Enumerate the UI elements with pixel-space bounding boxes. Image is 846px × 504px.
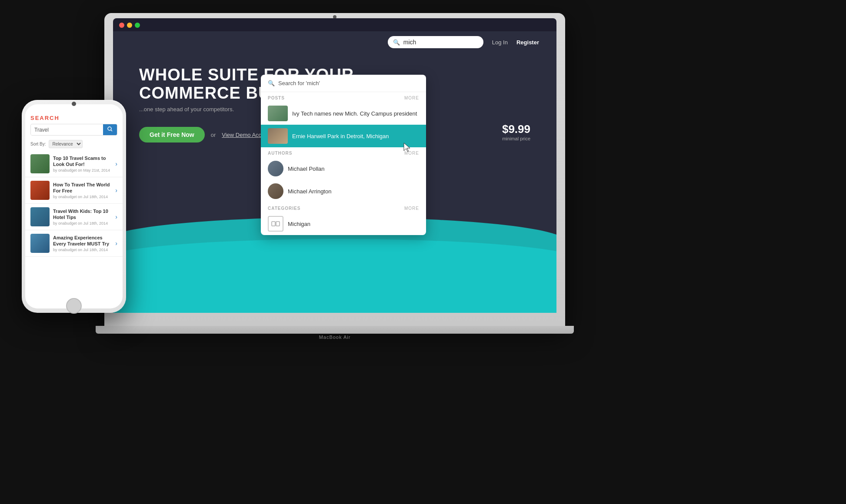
scene: 🔍 Log In Register WHOLE SUITE FOR YOUR C… — [0, 0, 846, 504]
sort-by-label: Sort By: — [30, 142, 46, 146]
post-thumb-1 — [30, 181, 50, 200]
post-title-ernie: Ernie Harwell Park in Detroit, Michigan — [292, 133, 419, 139]
nav-search-wrapper: 🔍 — [388, 36, 483, 48]
traffic-light-red[interactable] — [119, 23, 124, 28]
app-search-header: SEARCH — [25, 110, 123, 138]
app-search-input[interactable] — [31, 125, 103, 135]
nav-bar: 🔍 Log In Register — [113, 31, 556, 53]
dropdown-search-icon: 🔍 — [268, 80, 275, 86]
traffic-light-green[interactable] — [135, 23, 140, 28]
dropdown-search-row[interactable]: 🔍 Search for 'mich' — [261, 75, 426, 92]
traffic-lights — [119, 23, 140, 28]
post-thumb-ernie — [268, 128, 288, 144]
iphone-home-button[interactable] — [66, 298, 82, 314]
post-title-1: How To Travel The World For Free — [53, 182, 112, 194]
price-label: minimal price — [502, 136, 530, 141]
post-list: Top 10 Travel Scams to Look Out For! by … — [25, 151, 123, 257]
post-meta-2: by onabudget on Jul 18th, 2014 — [53, 221, 112, 225]
post-thumb-0 — [30, 154, 50, 173]
post-item-0[interactable]: Top 10 Travel Scams to Look Out For! by … — [25, 151, 123, 177]
svg-point-2 — [108, 127, 111, 130]
app-content: SEARCH Sort — [25, 110, 123, 308]
post-item-3[interactable]: Amazing Experiences Every Traveler MUST … — [25, 230, 123, 257]
posts-section-title: POSTS — [268, 96, 285, 100]
nav-search-input[interactable] — [388, 36, 483, 48]
authors-section-header: AUTHORS MORE — [261, 147, 426, 157]
post-info-1: How To Travel The World For Free by onab… — [53, 182, 112, 199]
nav-register-link[interactable]: Register — [516, 39, 539, 46]
post-thumb-2 — [30, 207, 50, 226]
cta-or-label: or — [211, 132, 216, 138]
post-arrow-0[interactable]: › — [115, 160, 117, 167]
svg-line-3 — [111, 130, 112, 131]
macbook: 🔍 Log In Register WHOLE SUITE FOR YOUR C… — [104, 13, 565, 326]
author-avatar-arrington — [268, 183, 283, 199]
author-name-arrington: Michael Arrington — [288, 188, 419, 195]
app-search-button[interactable] — [103, 124, 117, 135]
svg-rect-0 — [272, 222, 275, 226]
categories-more-link[interactable]: MORE — [404, 206, 419, 211]
post-meta-3: by onabudget on Jul 18th, 2014 — [53, 248, 112, 252]
dropdown-post-item-1[interactable]: Ivy Tech names new Mich. City Campus pre… — [261, 102, 426, 125]
posts-more-link[interactable]: MORE — [404, 96, 419, 100]
category-icon-michigan — [268, 216, 283, 232]
author-avatar-pollan — [268, 161, 283, 176]
app-search-title: SEARCH — [30, 115, 117, 121]
macbook-screen-bezel: 🔍 Log In Register WHOLE SUITE FOR YOUR C… — [113, 18, 556, 313]
post-thumb-3 — [30, 234, 50, 253]
post-title-2: Travel With Kids: Top 10 Hotel Tips — [53, 208, 112, 221]
sort-by-select[interactable]: Relevance Date Title — [49, 140, 83, 148]
iphone-screen: SEARCH Sort — [25, 104, 123, 308]
macbook-label: MacBook Air — [319, 335, 351, 340]
dropdown-author-1[interactable]: Michael Pollan — [261, 157, 426, 180]
categories-section-header: CATEGORIES MORE — [261, 202, 426, 212]
post-arrow-3[interactable]: › — [115, 240, 117, 247]
post-arrow-2[interactable]: › — [115, 213, 117, 220]
post-meta-0: by onabudget on May 21st, 2014 — [53, 168, 112, 172]
wave-front — [113, 239, 556, 313]
dropdown-category-1[interactable]: Michigan — [261, 212, 426, 235]
post-title-0: Top 10 Travel Scams to Look Out For! — [53, 155, 112, 168]
macbook-body: 🔍 Log In Register WHOLE SUITE FOR YOUR C… — [104, 13, 565, 326]
cta-row: Get it Free Now or View Demo Account — [139, 127, 272, 143]
search-dropdown: 🔍 Search for 'mich' POSTS MORE Ivy Tech … — [261, 75, 426, 235]
post-title-ivy: Ivy Tech names new Mich. City Campus pre… — [292, 110, 419, 117]
traffic-light-yellow[interactable] — [127, 23, 132, 28]
iphone-body: SEARCH Sort — [22, 100, 126, 313]
price-amount: $9.99 — [502, 123, 530, 136]
dropdown-post-item-2[interactable]: Ernie Harwell Park in Detroit, Michigan — [261, 125, 426, 147]
dropdown-author-2[interactable]: Michael Arrington — [261, 180, 426, 202]
dropdown-search-label: Search for 'mich' — [278, 80, 320, 86]
categories-section-title: CATEGORIES — [268, 206, 300, 211]
post-info-0: Top 10 Travel Scams to Look Out For! by … — [53, 155, 112, 173]
post-thumb-ivy — [268, 106, 288, 121]
nav-login-link[interactable]: Log In — [492, 39, 508, 46]
authors-section-title: AUTHORS — [268, 151, 292, 156]
posts-section-header: POSTS MORE — [261, 92, 426, 102]
post-item-2[interactable]: Travel With Kids: Top 10 Hotel Tips by o… — [25, 204, 123, 230]
nav-search-icon: 🔍 — [393, 39, 400, 46]
price-badge: $9.99 minimal price — [502, 123, 530, 141]
post-meta-1: by onabudget on Jul 18th, 2014 — [53, 195, 112, 199]
author-name-pollan: Michael Pollan — [288, 166, 419, 172]
post-info-3: Amazing Experiences Every Traveler MUST … — [53, 235, 112, 252]
post-info-2: Travel With Kids: Top 10 Hotel Tips by o… — [53, 208, 112, 226]
cta-primary-button[interactable]: Get it Free Now — [139, 127, 205, 143]
category-name-michigan: Michigan — [288, 221, 419, 227]
website-content: 🔍 Log In Register WHOLE SUITE FOR YOUR C… — [113, 31, 556, 313]
iphone-camera — [72, 102, 76, 106]
authors-more-link[interactable]: MORE — [404, 151, 419, 156]
macbook-base: MacBook Air — [96, 326, 574, 334]
iphone: SEARCH Sort — [22, 100, 126, 313]
svg-rect-1 — [276, 222, 280, 226]
app-sort-row: Sort By: Relevance Date Title — [25, 138, 123, 151]
post-arrow-1[interactable]: › — [115, 187, 117, 194]
post-title-3: Amazing Experiences Every Traveler MUST … — [53, 235, 112, 247]
post-item-1[interactable]: How To Travel The World For Free by onab… — [25, 177, 123, 204]
app-search-bar — [30, 124, 117, 136]
